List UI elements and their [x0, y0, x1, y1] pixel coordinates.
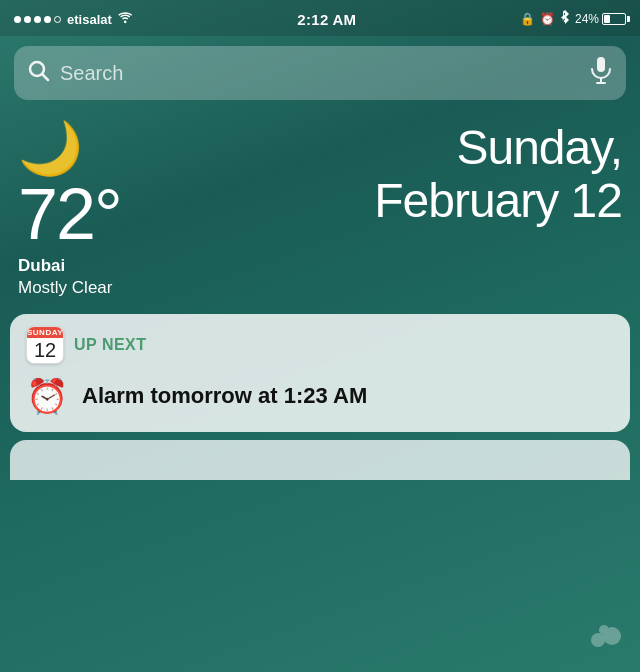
- bottom-partial-card: [10, 440, 630, 480]
- calendar-day-number: 12: [34, 338, 56, 361]
- wifi-icon: [118, 11, 134, 27]
- search-bar-container: Search: [0, 36, 640, 110]
- weather-right: Sunday, February 12: [374, 122, 622, 228]
- city-name: Dubai: [18, 256, 121, 276]
- battery-fill: [604, 15, 610, 23]
- alarm-status-icon: ⏰: [540, 12, 555, 26]
- battery-percentage: 24%: [575, 12, 599, 26]
- weather-left: 🌙 72° Dubai Mostly Clear: [18, 122, 121, 298]
- status-right: 🔒 ⏰ 24%: [520, 10, 626, 28]
- alarm-text: Alarm tomorrow at 1:23 AM: [82, 383, 367, 409]
- temperature-display: 72°: [18, 178, 121, 250]
- svg-rect-2: [597, 57, 605, 72]
- battery-icon: [602, 13, 626, 25]
- date-display: Sunday, February 12: [374, 122, 622, 228]
- alarm-clock-icon: ⏰: [26, 376, 68, 416]
- svg-point-7: [599, 625, 609, 635]
- microphone-icon[interactable]: [590, 56, 612, 90]
- lock-icon: 🔒: [520, 12, 535, 26]
- weather-description: Mostly Clear: [18, 278, 121, 298]
- bubbles-decoration: [590, 622, 622, 654]
- search-placeholder-text: Search: [60, 62, 580, 85]
- signal-dot-4: [44, 16, 51, 23]
- search-bar[interactable]: Search: [14, 46, 626, 100]
- time-display: 2:12 AM: [297, 11, 356, 28]
- weather-section: 🌙 72° Dubai Mostly Clear Sunday, Februar…: [0, 110, 640, 306]
- up-next-card: Sunday 12 UP NEXT ⏰ Alarm tomorrow at 1:…: [10, 314, 630, 432]
- status-bar: etisalat 2:12 AM 🔒 ⏰ 24%: [0, 0, 640, 36]
- status-left: etisalat: [14, 11, 134, 27]
- signal-dots: [14, 16, 61, 23]
- alarm-row: ⏰ Alarm tomorrow at 1:23 AM: [26, 376, 614, 416]
- signal-dot-5: [54, 16, 61, 23]
- date-line1: Sunday,: [456, 121, 622, 174]
- up-next-label: UP NEXT: [74, 336, 147, 354]
- svg-point-5: [591, 633, 605, 647]
- carrier-name: etisalat: [67, 12, 112, 27]
- calendar-icon: Sunday 12: [26, 326, 64, 364]
- signal-dot-3: [34, 16, 41, 23]
- bluetooth-icon: [560, 10, 570, 28]
- date-line2: February 12: [374, 174, 622, 227]
- moon-icon: 🌙: [18, 122, 121, 174]
- svg-line-1: [43, 74, 49, 80]
- battery-container: 24%: [575, 12, 626, 26]
- search-icon: [28, 60, 50, 87]
- signal-dot-2: [24, 16, 31, 23]
- up-next-header: Sunday 12 UP NEXT: [26, 326, 614, 364]
- calendar-day-label: Sunday: [27, 327, 63, 338]
- signal-dot-1: [14, 16, 21, 23]
